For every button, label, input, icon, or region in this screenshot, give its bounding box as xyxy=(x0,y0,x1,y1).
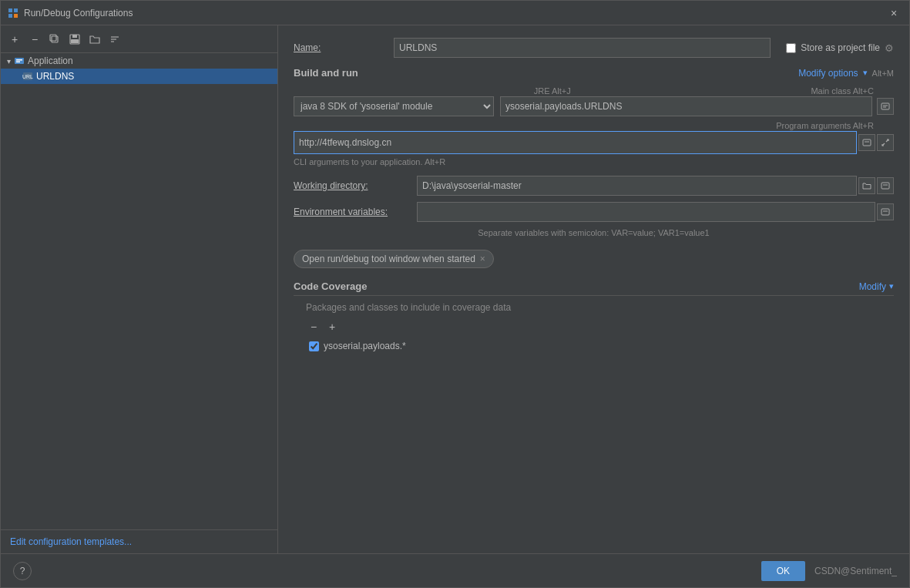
right-panel: Name: Store as project file ⚙ Build and … xyxy=(278,25,909,553)
ok-button[interactable]: OK xyxy=(761,561,805,581)
tree-group-application[interactable]: ▾ Application xyxy=(1,53,277,69)
sep-hint: Separate variables with semicolon: VAR=v… xyxy=(294,228,894,237)
working-dir-row: Working directory: xyxy=(294,176,894,196)
cli-hint: CLI arguments to your application. Alt+R xyxy=(294,157,894,166)
main-class-hint: Main class Alt+C xyxy=(811,86,874,96)
tree-area: ▾ Application URL URLDNS xyxy=(1,53,277,529)
modify-options-arrow: ▾ xyxy=(863,68,868,78)
tag-row: Open run/debug tool window when started … xyxy=(294,250,894,268)
store-checkbox[interactable] xyxy=(786,43,796,53)
prog-args-row xyxy=(294,131,894,154)
add-config-button[interactable]: + xyxy=(5,30,24,49)
tree-item-urldns[interactable]: URL URLDNS xyxy=(1,69,277,84)
main-content: + − xyxy=(1,25,909,553)
coverage-remove-button[interactable]: − xyxy=(306,319,321,334)
prog-args-icons xyxy=(858,134,894,151)
remove-config-button[interactable]: − xyxy=(25,30,44,49)
main-class-file-icon[interactable] xyxy=(877,98,894,115)
svg-rect-4 xyxy=(52,36,58,42)
coverage-desc: Packages and classes to include in cover… xyxy=(306,302,894,313)
bottom-bar: ? OK CSDN@Sentiment_ xyxy=(1,553,909,587)
coverage-item: ysoserial.payloads.* xyxy=(306,339,894,353)
svg-rect-5 xyxy=(50,35,56,41)
bottom-right: OK CSDN@Sentiment_ xyxy=(761,561,897,581)
env-vars-input[interactable] xyxy=(417,202,875,222)
save-config-button[interactable] xyxy=(65,30,84,49)
jdk-dropdown[interactable]: java 8 SDK of 'ysoserial' module xyxy=(294,96,494,116)
working-dir-file-icon[interactable] xyxy=(877,177,894,194)
gear-icon[interactable]: ⚙ xyxy=(885,42,894,54)
edit-templates-link[interactable]: Edit configuration templates... xyxy=(1,529,277,553)
svg-rect-3 xyxy=(14,14,18,18)
svg-rect-24 xyxy=(881,183,889,189)
main-window: Run/Debug Configurations × + − xyxy=(0,0,910,588)
svg-rect-2 xyxy=(8,14,12,18)
close-button[interactable]: × xyxy=(885,4,903,22)
svg-text:URL: URL xyxy=(22,74,33,79)
sort-config-button[interactable] xyxy=(106,30,124,49)
name-row: Name: Store as project file ⚙ xyxy=(294,38,894,58)
store-label: Store as project file xyxy=(801,42,880,53)
folder-config-button[interactable] xyxy=(86,30,104,49)
name-input[interactable] xyxy=(394,38,771,58)
svg-rect-17 xyxy=(881,103,889,109)
coverage-item-label: ysoserial.payloads.* xyxy=(324,341,406,351)
build-run-header: Build and run Modify options ▾ Alt+M xyxy=(294,67,894,79)
env-vars-row: Environment variables: xyxy=(294,202,894,222)
chevron-down-icon: ▾ xyxy=(7,57,11,66)
prog-args-expand-icon[interactable] xyxy=(877,134,894,151)
working-dir-input[interactable] xyxy=(417,176,857,196)
left-panel: + − xyxy=(1,25,278,553)
main-class-input[interactable] xyxy=(500,96,872,116)
svg-rect-0 xyxy=(8,8,12,12)
build-run-title: Build and run xyxy=(294,67,358,79)
modify-options-shortcut: Alt+M xyxy=(872,69,894,78)
watermark: CSDN@Sentiment_ xyxy=(814,566,897,576)
coverage-item-checkbox[interactable] xyxy=(309,341,319,351)
tag-open-window: Open run/debug tool window when started … xyxy=(294,250,494,268)
prog-args-file-icon[interactable] xyxy=(858,134,875,151)
svg-rect-12 xyxy=(15,58,24,64)
copy-config-button[interactable] xyxy=(45,30,64,49)
store-row: Store as project file ⚙ xyxy=(786,42,894,54)
modify-options-link[interactable]: Modify options xyxy=(798,68,858,79)
coverage-header: Code Coverage Modify ▾ xyxy=(294,281,894,296)
jre-hint: JRE Alt+J xyxy=(294,86,811,96)
tree-item-label: URLDNS xyxy=(36,71,74,82)
coverage-add-button[interactable]: + xyxy=(324,319,340,334)
coverage-section: Code Coverage Modify ▾ Packages and clas… xyxy=(294,281,894,353)
working-dir-folder-icon[interactable] xyxy=(858,177,875,194)
name-label: Name: xyxy=(294,42,394,53)
help-button[interactable]: ? xyxy=(13,562,32,580)
bottom-left: ? xyxy=(13,562,32,580)
svg-rect-1 xyxy=(14,8,18,12)
coverage-modify-link[interactable]: Modify xyxy=(859,281,886,292)
svg-rect-8 xyxy=(71,39,79,43)
jdk-row: java 8 SDK of 'ysoserial' module xyxy=(294,96,894,116)
window-title: Run/Debug Configurations xyxy=(24,8,885,18)
tree-group-label: Application xyxy=(28,55,73,66)
prog-args-hint-row: Program arguments Alt+R xyxy=(294,121,894,130)
svg-rect-20 xyxy=(863,139,871,146)
toolbar: + − xyxy=(1,25,277,53)
tag-label: Open run/debug tool window when started xyxy=(302,254,475,264)
svg-rect-7 xyxy=(72,35,77,38)
jre-hint-row: JRE Alt+J Main class Alt+C xyxy=(294,86,894,96)
window-icon xyxy=(7,7,19,19)
svg-rect-26 xyxy=(881,209,889,215)
prog-args-input[interactable] xyxy=(294,131,857,154)
env-vars-file-icon[interactable] xyxy=(877,203,894,220)
coverage-mini-toolbar: − + xyxy=(306,319,894,334)
coverage-title: Code Coverage xyxy=(294,281,367,292)
svg-rect-14 xyxy=(16,62,20,63)
env-vars-label: Environment variables: xyxy=(294,207,417,217)
tag-close-button[interactable]: × xyxy=(480,254,485,264)
svg-rect-13 xyxy=(16,59,22,61)
prog-args-hint: Program arguments Alt+R xyxy=(776,121,874,130)
working-dir-label: Working directory: xyxy=(294,180,417,191)
title-bar: Run/Debug Configurations × xyxy=(1,1,909,25)
coverage-modify-arrow: ▾ xyxy=(889,281,894,291)
